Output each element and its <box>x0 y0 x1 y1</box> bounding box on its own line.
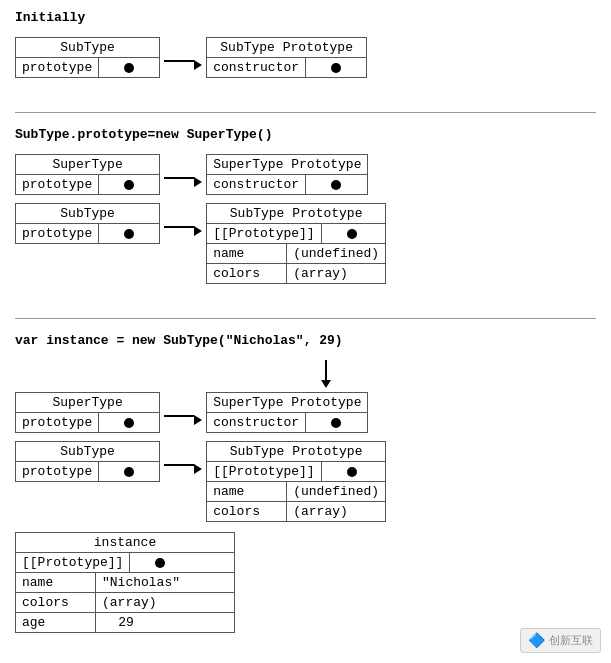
cell-constructor-dot <box>306 58 366 77</box>
subtype-box-2: SubType prototype <box>15 203 160 244</box>
subtype-header-3: SubType <box>16 442 159 462</box>
dot-icon <box>347 467 357 477</box>
sbp3-row-colors: colors (array) <box>207 502 385 521</box>
connector-subtype-3 <box>164 464 202 474</box>
cell-age-label: age <box>16 613 96 632</box>
cell-colors-value: (array) <box>287 502 354 521</box>
dot-icon <box>155 558 165 568</box>
subtype-header-2: SubType <box>16 204 159 224</box>
cell-proto-label: [[Prototype]] <box>207 462 321 481</box>
subtype-row-prototype-initially: prototype <box>16 58 159 77</box>
subtype-box-3: SubType prototype <box>15 441 160 482</box>
sbp3-row-proto: [[Prototype]] <box>207 462 385 482</box>
cell-name-label: name <box>207 244 287 263</box>
supertype-prototype-box: SuperType Prototype constructor <box>206 154 368 195</box>
arrow-head <box>194 226 202 236</box>
subtype-box-initially: SubType prototype <box>15 37 160 78</box>
subtype-prototype-box-initially: SubType Prototype constructor <box>206 37 367 78</box>
section-subtype-prototype: SubType.prototype=new SuperType() SuperT… <box>15 127 596 300</box>
cell-name-value: (undefined) <box>287 244 385 263</box>
cell-colors-label: colors <box>207 264 287 283</box>
boxes-row-supertype-3: SuperType prototype SuperType Prototype … <box>15 392 596 433</box>
connector-subtype2 <box>164 226 202 236</box>
connector-initially <box>164 60 202 70</box>
arrow-head <box>194 60 202 70</box>
subtype-prototype-box-2: SubType Prototype [[Prototype]] name (un… <box>206 203 386 284</box>
boxes-row-supertype: SuperType prototype SuperType Prototype … <box>15 154 596 195</box>
watermark-text: 创新互联 <box>549 633 593 648</box>
cell-constructor-label: constructor <box>207 175 306 194</box>
cell-colors-label: colors <box>16 593 96 612</box>
boxes-row-initially: SubType prototype SubType Prototype cons… <box>15 37 596 78</box>
cell-name-value: (undefined) <box>287 482 385 501</box>
arrow-head <box>194 415 202 425</box>
sub3-row-prototype: prototype <box>16 462 159 481</box>
section-title-subtype-prototype: SubType.prototype=new SuperType() <box>15 127 596 142</box>
st3-row-prototype: prototype <box>16 413 159 432</box>
cell-prototype-dot <box>99 413 159 432</box>
supertype-prototype-header: SuperType Prototype <box>207 155 367 175</box>
cell-proto-label: [[Prototype]] <box>207 224 321 243</box>
arrow-down-head-icon <box>321 380 331 388</box>
dot-icon <box>347 229 357 239</box>
cell-prototype-label: prototype <box>16 413 99 432</box>
instance-row-age: age 29 <box>16 613 234 632</box>
dot-icon <box>124 63 134 73</box>
cell-name-label: name <box>16 573 96 592</box>
dot-icon <box>124 180 134 190</box>
dot-icon <box>124 418 134 428</box>
section-title-var-instance: var instance = new SubType("Nicholas", 2… <box>15 333 596 348</box>
cell-proto-dot <box>130 553 190 572</box>
cell-constructor-dot <box>306 175 366 194</box>
v-line <box>325 360 327 380</box>
dot-icon <box>331 63 341 73</box>
cell-prototype-label: prototype <box>16 58 99 77</box>
connector-supertype-3 <box>164 415 202 425</box>
sp2-row-name: name (undefined) <box>207 244 385 264</box>
subtype-prototype-row-constructor: constructor <box>207 58 366 77</box>
supertype-header-3: SuperType <box>16 393 159 413</box>
cell-proto-label: [[Prototype]] <box>16 553 130 572</box>
dot-icon <box>331 180 341 190</box>
section-var-instance: var instance = new SubType("Nicholas", 2… <box>15 333 596 641</box>
arrow-down-container <box>55 360 596 388</box>
boxes-row-subtype-3: SubType prototype SubType Prototype [[Pr… <box>15 441 596 522</box>
h-line <box>164 60 194 62</box>
supertype-header: SuperType <box>16 155 159 175</box>
cell-prototype-label: prototype <box>16 175 99 194</box>
dot-icon <box>124 467 134 477</box>
diagram-var-instance: SuperType prototype SuperType Prototype … <box>15 356 596 641</box>
diagram-initially: SubType prototype SubType Prototype cons… <box>15 33 596 94</box>
cell-prototype-dot <box>99 224 159 243</box>
cell-constructor-label: constructor <box>207 413 306 432</box>
connector-supertype <box>164 177 202 187</box>
cell-colors-value: (array) <box>287 264 354 283</box>
watermark-icon: 🔷 <box>528 632 545 649</box>
supertype-prototype-row-constructor: constructor <box>207 175 367 194</box>
subtype-prototype-box-3: SubType Prototype [[Prototype]] name (un… <box>206 441 386 522</box>
sp2-row-colors: colors (array) <box>207 264 385 283</box>
subtype-prototype-header-initially: SubType Prototype <box>207 38 366 58</box>
divider-2 <box>15 318 596 319</box>
supertype-box-3: SuperType prototype <box>15 392 160 433</box>
cell-prototype-dot <box>99 462 159 481</box>
watermark: 🔷 创新互联 <box>520 628 601 653</box>
stp3-row-constructor: constructor <box>207 413 367 432</box>
cell-constructor-label: constructor <box>207 58 306 77</box>
sbp3-row-name: name (undefined) <box>207 482 385 502</box>
supertype-prototype-box-3: SuperType Prototype constructor <box>206 392 368 433</box>
instance-row-proto: [[Prototype]] <box>16 553 234 573</box>
h-line <box>164 415 194 417</box>
section-initially: Initially SubType prototype SubType Prot… <box>15 10 596 94</box>
instance-section: instance [[Prototype]] name "Nicholas" c… <box>15 532 596 633</box>
subtype-prototype-header-2: SubType Prototype <box>207 204 385 224</box>
instance-row-colors: colors (array) <box>16 593 234 613</box>
dot-icon <box>331 418 341 428</box>
dot-icon <box>124 229 134 239</box>
cell-proto-dot <box>322 224 382 243</box>
sp2-row-proto: [[Prototype]] <box>207 224 385 244</box>
cell-name-value: "Nicholas" <box>96 573 186 592</box>
boxes-row-subtype2: SubType prototype SubType Prototype [[Pr… <box>15 203 596 284</box>
h-line <box>164 464 194 466</box>
divider-1 <box>15 112 596 113</box>
